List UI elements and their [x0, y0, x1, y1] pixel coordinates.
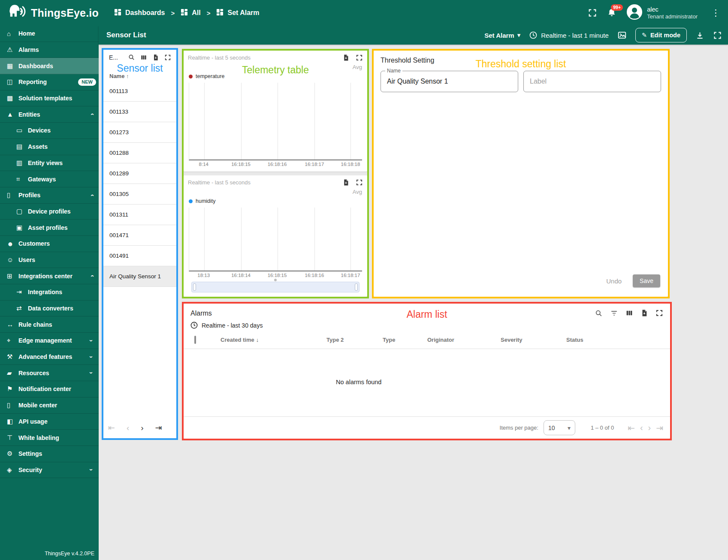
entities-fullscreen-icon[interactable] — [164, 54, 171, 61]
entities-columns-icon[interactable] — [140, 54, 147, 61]
alarms-first-page-icon[interactable]: ⇤ — [628, 423, 635, 433]
range-right-handle[interactable] — [355, 283, 358, 291]
alarms-timewindow-button[interactable]: Realtime - last 30 days — [184, 317, 670, 329]
sidebar-item-gateways[interactable]: ⌗Gateways — [0, 171, 99, 187]
sidebar-item-reporting[interactable]: ◫ReportingNEW — [0, 74, 99, 90]
chart1-timewindow[interactable]: Realtime - last 5 seconds — [188, 54, 251, 61]
temperature-plot-area[interactable] — [189, 83, 362, 160]
alarms-search-icon[interactable] — [595, 309, 603, 317]
select-all-checkbox[interactable] — [194, 336, 196, 344]
previous-page-icon[interactable]: ‹ — [127, 423, 129, 433]
sensor-row-001133[interactable]: 001133 — [103, 102, 177, 122]
sidebar-item-solution-templates[interactable]: ▩Solution templates — [0, 90, 99, 107]
name-input[interactable] — [381, 78, 518, 85]
sensor-row-001289[interactable]: 001289 — [103, 163, 177, 184]
chart1-export-icon[interactable] — [342, 54, 350, 61]
sidebar-item-advanced-features[interactable]: ⚒Advanced features› — [0, 349, 99, 365]
sidebar-item-alarms[interactable]: ⚠Alarms — [0, 42, 99, 58]
sensor-row-air-quality-sensor-1[interactable]: Air Quality Sensor 1 — [103, 266, 177, 287]
alarms-column-status[interactable]: Status — [566, 337, 631, 343]
brand-logo[interactable]: ThingsEye.io — [8, 4, 99, 21]
alarms-filter-icon[interactable] — [610, 309, 618, 317]
chart1-aggregation[interactable]: Avg — [188, 61, 363, 72]
download-icon[interactable] — [695, 31, 704, 40]
sidebar-item-users[interactable]: ☺Users — [0, 252, 99, 268]
chart2-aggregation[interactable]: Avg — [188, 186, 363, 196]
chart2-fullscreen-icon[interactable] — [356, 179, 363, 186]
sidebar-item-integrations-center[interactable]: ⊞Integrations center› — [0, 268, 99, 284]
sidebar-item-mobile-center[interactable]: ▯Mobile center — [0, 397, 99, 414]
user-menu[interactable]: alec Tenant administrator — [626, 4, 698, 22]
sidebar-item-home[interactable]: ⌂Home — [0, 26, 99, 42]
breadcrumb-item-set-alarm[interactable]: Set Alarm — [216, 9, 259, 18]
chart2-legend[interactable]: humidity — [188, 196, 363, 206]
alarms-export-icon[interactable] — [640, 309, 648, 317]
items-per-page-select[interactable]: 10 ▾ — [544, 420, 575, 435]
sensor-row-001305[interactable]: 001305 — [103, 184, 177, 205]
alarms-next-page-icon[interactable]: › — [648, 423, 651, 433]
alarms-previous-page-icon[interactable]: ‹ — [640, 423, 643, 433]
sidebar-item-devices[interactable]: ▭Devices — [0, 123, 99, 139]
alarms-columns-icon[interactable] — [625, 309, 633, 317]
first-page-icon[interactable]: ⇤ — [108, 423, 115, 433]
sensor-row-001311[interactable]: 001311 — [103, 205, 177, 225]
sidebar-item-asset-profiles[interactable]: ▣Asset profiles — [0, 220, 99, 236]
alarms-fullscreen-icon[interactable] — [656, 309, 663, 317]
range-left-handle[interactable] — [193, 283, 196, 291]
sidebar-item-rule-chains[interactable]: ↔Rule chains — [0, 316, 99, 333]
chart2-timewindow[interactable]: Realtime - last 5 seconds — [188, 179, 251, 186]
pencil-icon: ✎ — [642, 32, 647, 39]
image-gallery-icon[interactable] — [617, 30, 627, 40]
sidebar-item-device-profiles[interactable]: ▢Device profiles — [0, 204, 99, 220]
sidebar-item-customers[interactable]: ☻Customers — [0, 236, 99, 252]
last-page-icon[interactable]: ⇥ — [155, 423, 162, 433]
next-page-icon[interactable]: › — [141, 423, 143, 433]
toolbar-fullscreen-icon[interactable] — [713, 31, 722, 40]
alarms-column-type-2[interactable]: Type 2 — [326, 337, 383, 343]
sensor-row-001471[interactable]: 001471 — [103, 225, 177, 246]
chart1-legend[interactable]: temperature — [188, 72, 363, 81]
sidebar-item-assets[interactable]: ▤Assets — [0, 139, 99, 155]
sensor-row-001273[interactable]: 001273 — [103, 122, 177, 143]
header-kebab-menu-icon[interactable]: ⋮ — [711, 8, 720, 18]
alarms-column-created-time[interactable]: Created time↓ — [221, 337, 326, 343]
entities-search-icon[interactable] — [128, 54, 135, 61]
sidebar-item-integrations[interactable]: ⇥Integrations — [0, 284, 99, 301]
save-button[interactable]: Save — [633, 274, 660, 287]
chart2-export-icon[interactable] — [342, 179, 350, 186]
sidebar-item-security[interactable]: ◈Security› — [0, 462, 99, 479]
sensor-row-001113[interactable]: 001113 — [103, 81, 177, 102]
label-input[interactable] — [524, 78, 661, 85]
breadcrumb-item-dashboards[interactable]: Dashboards — [114, 9, 165, 18]
time-range-scrollbar[interactable] — [191, 282, 359, 292]
breadcrumb-separator: > — [171, 9, 175, 17]
sidebar-item-notification-center[interactable]: ⚑Notification center — [0, 381, 99, 397]
entities-export-icon[interactable] — [152, 54, 159, 61]
sidebar-item-api-usage[interactable]: ◧API usage — [0, 414, 99, 430]
sidebar-item-entities[interactable]: ▲Entities› — [0, 106, 99, 123]
notifications-bell-icon[interactable]: 99+ — [607, 8, 617, 18]
sidebar-item-settings[interactable]: ⚙Settings — [0, 446, 99, 462]
alarms-column-severity[interactable]: Severity — [501, 337, 566, 343]
header-fullscreen-icon[interactable] — [588, 8, 597, 18]
sidebar-item-edge-management[interactable]: ⌖Edge management› — [0, 333, 99, 349]
alarms-last-page-icon[interactable]: ⇥ — [656, 423, 663, 433]
sensor-row-001288[interactable]: 001288 — [103, 143, 177, 163]
alarms-column-originator[interactable]: Originator — [427, 337, 501, 343]
sidebar-item-data-converters[interactable]: ⇄Data converters — [0, 301, 99, 317]
undo-button[interactable]: Undo — [606, 277, 622, 285]
dashboard-state-select[interactable]: Set Alarm ▾ — [484, 31, 520, 39]
sensor-row-001491[interactable]: 001491 — [103, 246, 177, 266]
breadcrumb-item-all[interactable]: All — [181, 9, 200, 18]
sidebar-item-white-labeling[interactable]: ⊤White labeling — [0, 430, 99, 446]
sidebar-item-dashboards[interactable]: ▦Dashboards — [0, 58, 99, 74]
timewindow-button[interactable]: Realtime - last 1 minute — [529, 31, 609, 39]
sidebar-item-resources[interactable]: ▰Resources› — [0, 365, 99, 381]
humidity-plot-area[interactable] — [189, 208, 362, 271]
edit-mode-button[interactable]: ✎ Edit mode — [635, 28, 687, 42]
sidebar-item-entity-views[interactable]: ▥Entity views — [0, 155, 99, 172]
sidebar-item-profiles[interactable]: ▯Profiles› — [0, 187, 99, 204]
alarms-column-type[interactable]: Type — [383, 337, 427, 343]
sensor-name-column-header[interactable]: Name ↑ — [103, 62, 177, 81]
chart1-fullscreen-icon[interactable] — [356, 54, 363, 61]
